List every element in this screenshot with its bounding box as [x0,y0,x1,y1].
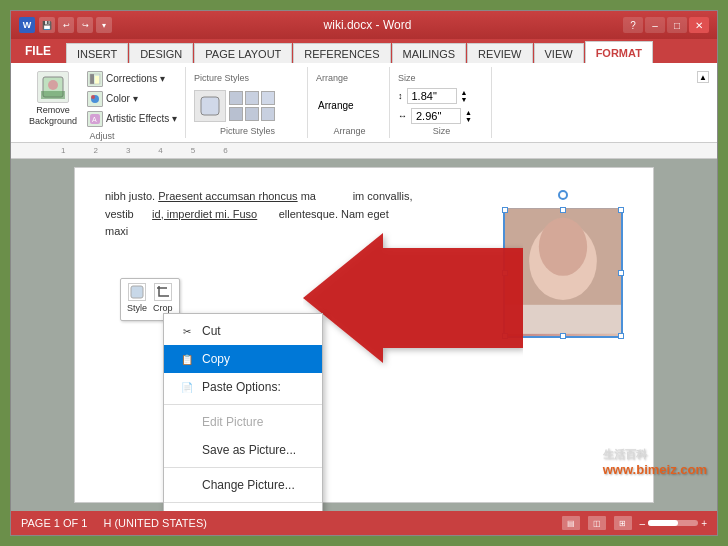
resize-handle-bm[interactable] [560,333,566,339]
size-group-label: Size [398,124,485,136]
picture-style-2[interactable] [245,91,259,105]
ctx-cut[interactable]: ✂ Cut [164,317,322,345]
restore-button[interactable]: □ [667,17,687,33]
resize-handle-tm[interactable] [560,207,566,213]
resize-handle-tr[interactable] [618,207,624,213]
corrections-button[interactable]: Corrections ▾ [85,70,179,88]
corrections-icon [87,71,103,87]
window-controls: ? – □ ✕ [623,17,709,33]
ctx-change-picture[interactable]: Change Picture... [164,471,322,499]
tab-references[interactable]: REFERENCES [293,43,390,63]
title-bar: W 💾 ↩ ↪ ▾ wiki.docx - Word ? – □ ✕ [11,11,717,39]
tab-page-layout[interactable]: PAGE LAYOUT [194,43,292,63]
tab-insert[interactable]: INSERT [66,43,128,63]
artistic-effects-button[interactable]: A Artistic Effects ▾ [85,110,179,128]
save-button[interactable]: 💾 [39,17,55,33]
svg-rect-14 [505,305,621,334]
crop-button[interactable]: Crop [153,283,173,316]
color-icon [87,91,103,107]
remove-background-button[interactable]: RemoveBackground [25,69,81,129]
width-down[interactable]: ▼ [465,116,472,123]
arrange-group-label: Arrange [316,124,383,136]
ribbon-group-adjust: RemoveBackground Corrections ▾ [19,67,186,138]
resize-handle-tl[interactable] [502,207,508,213]
ribbon-group-size: Size ↕ 1.84" ▲ ▼ ↔ 2.96" ▲ [392,67,492,138]
close-button[interactable]: ✕ [689,17,709,33]
customize-qat-button[interactable]: ▾ [96,17,112,33]
view-reading-icon[interactable]: ◫ [588,516,606,530]
context-menu: ✂ Cut 📋 Copy 📄 Paste Options: Edit P [163,313,323,511]
document-page: nibh justo. Praesent accumsan rhoncus ma… [74,167,654,503]
ribbon-tabs: FILE INSERT DESIGN PAGE LAYOUT REFERENCE… [11,39,717,63]
svg-point-7 [91,95,95,99]
quick-styles-button[interactable] [194,90,226,122]
image-content [505,210,621,336]
status-right: ▤ ◫ ⊞ – + [562,516,707,530]
svg-text:A: A [92,116,97,123]
ribbon-group-arrange: Arrange Arrange Arrange [310,67,390,138]
width-up[interactable]: ▲ [465,109,472,116]
red-arrow-overlay [303,228,523,388]
color-button[interactable]: Color ▾ [85,90,179,108]
zoom-slider[interactable] [648,520,698,526]
cut-icon: ✂ [180,324,194,338]
ctx-divider-1 [164,404,322,405]
ctx-save-as-picture[interactable]: Save as Picture... [164,436,322,464]
undo-button[interactable]: ↩ [58,17,74,33]
ribbon-group-picture-styles: Picture Styles [188,67,308,138]
ctx-edit-picture: Edit Picture [164,408,322,436]
tab-view[interactable]: VIEW [534,43,584,63]
ctx-copy[interactable]: 📋 Copy [164,345,322,373]
height-input[interactable]: 1.84" [407,88,457,104]
expand-ribbon-button[interactable]: ▲ [697,71,709,83]
ctx-divider-3 [164,502,322,503]
copy-icon: 📋 [180,352,194,366]
ctx-divider-2 [164,467,322,468]
arrange-button[interactable]: Arrange [316,98,356,113]
tab-file[interactable]: FILE [11,39,65,63]
tab-review[interactable]: REVIEW [467,43,532,63]
ribbon-body: RemoveBackground Corrections ▾ [11,63,717,143]
ctx-paste-options[interactable]: 📄 Paste Options: [164,373,322,401]
ctx-group[interactable]: Group [164,506,322,511]
resize-handle-ml[interactable] [502,270,508,276]
style-icon [128,283,146,301]
picture-style-1[interactable] [229,91,243,105]
view-normal-icon[interactable]: ▤ [562,516,580,530]
picture-style-3[interactable] [261,91,275,105]
view-web-icon[interactable]: ⊞ [614,516,632,530]
picture-style-6[interactable] [261,107,275,121]
adjust-group-content: RemoveBackground Corrections ▾ [25,69,179,129]
height-up[interactable]: ▲ [461,89,468,96]
tab-format[interactable]: FORMAT [585,41,653,63]
height-down[interactable]: ▼ [461,96,468,103]
tab-mailings[interactable]: MAILINGS [392,43,467,63]
page-count: PAGE 1 OF 1 [21,517,87,529]
resize-handle-mr[interactable] [618,270,624,276]
outer-frame: W 💾 ↩ ↪ ▾ wiki.docx - Word ? – □ ✕ FILE … [0,0,728,546]
word-window: W 💾 ↩ ↪ ▾ wiki.docx - Word ? – □ ✕ FILE … [10,10,718,536]
title-bar-left: W 💾 ↩ ↪ ▾ [19,17,112,33]
redo-button[interactable]: ↪ [77,17,93,33]
watermark: 生活百科 www.bimeiz.com [603,446,707,477]
svg-rect-10 [201,97,219,115]
paste-icon: 📄 [180,380,194,394]
svg-rect-15 [131,286,143,298]
rotate-handle[interactable] [558,190,568,200]
svg-rect-3 [90,74,94,84]
tab-design[interactable]: DESIGN [129,43,193,63]
word-app-icon: W [19,17,35,33]
minimize-button[interactable]: – [645,17,665,33]
resize-handle-bl[interactable] [502,333,508,339]
resize-handle-br[interactable] [618,333,624,339]
style-button[interactable]: Style [127,283,147,316]
picture-style-4[interactable] [229,107,243,121]
document-image[interactable] [503,208,623,338]
picture-style-5[interactable] [245,107,259,121]
help-button[interactable]: ? [623,17,643,33]
svg-marker-16 [303,233,523,363]
svg-rect-2 [41,91,65,99]
width-input[interactable]: 2.96" [411,108,461,124]
svg-rect-4 [95,76,99,84]
status-bar: PAGE 1 OF 1 H (UNITED STATES) ▤ ◫ ⊞ – + [11,511,717,535]
